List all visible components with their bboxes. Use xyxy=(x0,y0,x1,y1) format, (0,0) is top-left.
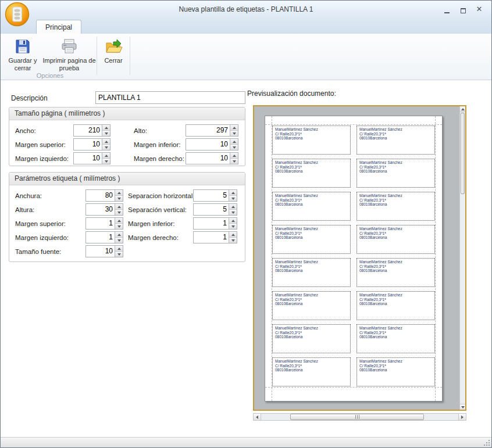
spinner-value[interactable]: 10 xyxy=(74,153,102,164)
spinner-value[interactable]: 10 xyxy=(186,153,230,164)
spinner-value[interactable]: 210 xyxy=(74,125,102,136)
scroll-up-button[interactable] xyxy=(460,106,465,112)
altura-spinner[interactable]: 30 xyxy=(85,203,123,216)
spin-up-button[interactable] xyxy=(230,153,238,158)
maximize-button[interactable] xyxy=(458,5,468,13)
preview-horizontal-scrollbar[interactable] xyxy=(253,413,466,421)
ancho-spinner[interactable]: 210 xyxy=(73,124,110,137)
spin-up-button[interactable] xyxy=(102,153,110,158)
separacion-vertical-spinner[interactable]: 5 xyxy=(193,203,237,216)
spin-down-button[interactable] xyxy=(115,251,123,257)
scroll-down-button[interactable] xyxy=(460,404,465,410)
spinner-buttons xyxy=(115,190,123,201)
scroll-left-button[interactable] xyxy=(254,414,261,420)
spin-up-button[interactable] xyxy=(115,204,123,209)
label-line: C/ Raille20,3º1ª xyxy=(359,298,432,302)
spinner-value[interactable]: 1 xyxy=(194,218,229,229)
alto-spinner[interactable]: 297 xyxy=(186,124,238,137)
spin-up-button[interactable] xyxy=(115,218,123,223)
spin-down-button[interactable] xyxy=(102,130,110,136)
label-margen-inferior-spinner[interactable]: 1 xyxy=(193,217,237,230)
spin-up-button[interactable] xyxy=(102,139,110,144)
vertical-scroll-thumb[interactable] xyxy=(461,113,465,194)
close-window-button[interactable]: ✕ xyxy=(475,5,484,13)
margin-guide-top xyxy=(265,124,442,125)
spin-up-button[interactable] xyxy=(230,139,238,144)
spin-up-button[interactable] xyxy=(229,204,237,209)
page-margen-izquierdo-spinner[interactable]: 10 xyxy=(73,152,110,164)
spin-down-button[interactable] xyxy=(102,158,110,164)
spin-down-button[interactable] xyxy=(229,237,237,243)
horizontal-scroll-thumb[interactable] xyxy=(290,414,424,420)
label-params-group-title: Parámetros etiqueta ( milímetros ) xyxy=(9,173,245,185)
field-label: Margen izquierdo: xyxy=(15,155,73,162)
spin-down-button[interactable] xyxy=(115,195,123,201)
print-test-page-label: Imprimir pagina de prueba xyxy=(42,57,96,72)
spinner-value[interactable]: 5 xyxy=(194,204,229,215)
spin-up-button[interactable] xyxy=(115,232,123,237)
form-row: Margen superior: 1 Margen inferior: 1 xyxy=(15,217,245,230)
spin-up-button[interactable] xyxy=(229,232,237,237)
spin-up-button[interactable] xyxy=(229,190,237,195)
spinner-value[interactable]: 1 xyxy=(86,218,115,229)
label-line: 08010Barcelona xyxy=(275,136,348,141)
ribbon-separator xyxy=(97,37,97,75)
spin-down-icon xyxy=(117,198,121,200)
spinner-value[interactable]: 1 xyxy=(194,232,229,243)
titlebar[interactable]: Nueva plantilla de etiquetas - PLANTILLA… xyxy=(1,1,491,18)
spinner-value[interactable]: 10 xyxy=(74,139,102,150)
save-and-close-button[interactable]: Guardar y cerrar xyxy=(4,35,41,72)
spin-down-button[interactable] xyxy=(115,209,123,215)
tamano-fuente-spinner[interactable]: 10 xyxy=(85,245,123,257)
spinner-value[interactable]: 30 xyxy=(86,204,115,215)
label-line: ManuelMartínez Sánchez xyxy=(359,293,432,298)
spin-down-button[interactable] xyxy=(229,195,237,201)
spin-down-button[interactable] xyxy=(229,223,237,229)
app-menu-button[interactable] xyxy=(5,2,30,27)
spin-down-button[interactable] xyxy=(115,237,123,243)
spinner-value[interactable]: 5 xyxy=(194,190,229,201)
label-line: ManuelMartínez Sánchez xyxy=(275,326,348,331)
spin-down-button[interactable] xyxy=(230,158,238,164)
tab-principal[interactable]: Principal xyxy=(36,20,81,34)
form-row: Margen superior: 10 Margen inferior: 10 xyxy=(15,138,245,150)
description-input[interactable] xyxy=(95,91,245,104)
spin-up-button[interactable] xyxy=(115,190,123,195)
field-label: Separacion horizontal: xyxy=(128,192,193,199)
spinner-value[interactable]: 1 xyxy=(86,232,115,243)
close-button[interactable]: Cerrar xyxy=(98,35,129,64)
spin-up-button[interactable] xyxy=(230,125,238,130)
label-margen-izquierdo-spinner[interactable]: 1 xyxy=(85,231,123,243)
label-cell: ManuelMartínez SánchezC/ Raille20,3º1ª08… xyxy=(356,291,435,320)
anchura-spinner[interactable]: 80 xyxy=(85,189,123,202)
page-margen-superior-spinner[interactable]: 10 xyxy=(73,138,110,150)
spin-up-icon xyxy=(117,220,121,222)
spin-down-button[interactable] xyxy=(230,144,238,150)
separacion-horizontal-spinner[interactable]: 5 xyxy=(193,189,237,202)
spinner-value[interactable]: 10 xyxy=(186,139,230,150)
label-line: 08010Barcelona xyxy=(359,368,432,372)
label-params-rows: Anchura: 80 Separacion horizontal: 5 xyxy=(9,185,245,257)
spinner-value[interactable]: 80 xyxy=(86,190,115,201)
label-margen-derecho-spinner[interactable]: 1 xyxy=(193,231,237,243)
spin-down-button[interactable] xyxy=(115,223,123,229)
horizontal-scroll-track[interactable] xyxy=(261,414,458,420)
label-cell: ManuelMartínez SánchezC/ Raille20,3º1ª08… xyxy=(272,357,351,386)
page-margen-derecho-spinner[interactable]: 10 xyxy=(186,152,238,164)
spin-down-button[interactable] xyxy=(229,209,237,215)
spinner-value[interactable]: 297 xyxy=(186,125,230,136)
scroll-right-button[interactable] xyxy=(458,414,466,420)
print-test-page-button[interactable]: Imprimir pagina de prueba xyxy=(42,35,96,72)
resize-grip[interactable] xyxy=(483,439,490,446)
spinner-value[interactable]: 10 xyxy=(86,246,115,257)
page-margen-inferior-spinner[interactable]: 10 xyxy=(186,138,238,150)
spin-down-button[interactable] xyxy=(102,144,110,150)
preview-vertical-scrollbar[interactable] xyxy=(459,106,465,410)
spin-up-button[interactable] xyxy=(102,125,110,130)
spin-down-button[interactable] xyxy=(230,130,238,136)
spinner-buttons xyxy=(115,204,123,215)
spin-up-button[interactable] xyxy=(115,246,123,251)
spin-up-button[interactable] xyxy=(229,218,237,223)
label-margen-superior-spinner[interactable]: 1 xyxy=(85,217,123,230)
minimize-button[interactable] xyxy=(442,5,451,13)
